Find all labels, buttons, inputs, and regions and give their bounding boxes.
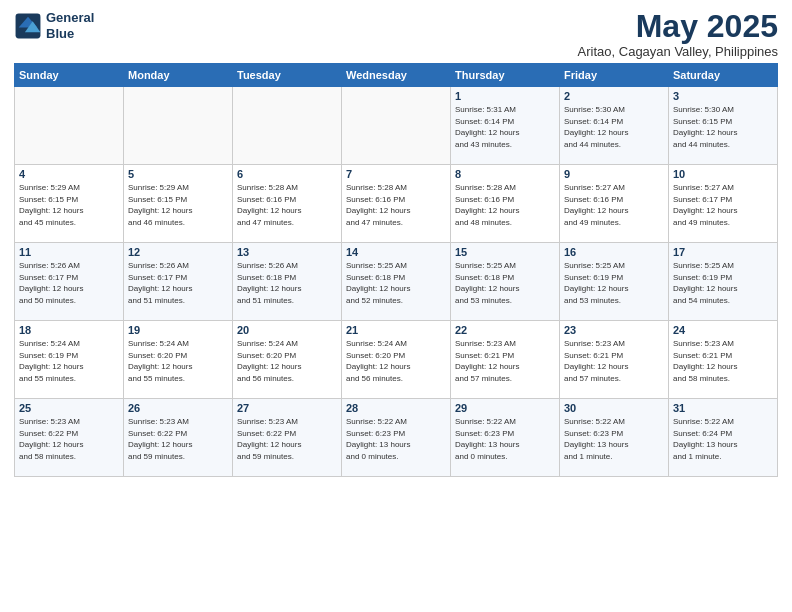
day-info: Sunrise: 5:26 AM Sunset: 6:17 PM Dayligh… [128, 260, 228, 306]
day-number: 31 [673, 402, 773, 414]
day-number: 8 [455, 168, 555, 180]
calendar-header: Sunday Monday Tuesday Wednesday Thursday… [15, 64, 778, 87]
day-info: Sunrise: 5:30 AM Sunset: 6:15 PM Dayligh… [673, 104, 773, 150]
page-container: General Blue May 2025 Aritao, Cagayan Va… [0, 0, 792, 483]
calendar-cell: 22Sunrise: 5:23 AM Sunset: 6:21 PM Dayli… [451, 321, 560, 399]
day-info: Sunrise: 5:23 AM Sunset: 6:21 PM Dayligh… [455, 338, 555, 384]
header-row: Sunday Monday Tuesday Wednesday Thursday… [15, 64, 778, 87]
day-number: 26 [128, 402, 228, 414]
week-row-5: 25Sunrise: 5:23 AM Sunset: 6:22 PM Dayli… [15, 399, 778, 477]
day-info: Sunrise: 5:23 AM Sunset: 6:22 PM Dayligh… [19, 416, 119, 462]
day-info: Sunrise: 5:28 AM Sunset: 6:16 PM Dayligh… [455, 182, 555, 228]
day-number: 3 [673, 90, 773, 102]
header: General Blue May 2025 Aritao, Cagayan Va… [14, 10, 778, 59]
day-info: Sunrise: 5:25 AM Sunset: 6:19 PM Dayligh… [564, 260, 664, 306]
location: Aritao, Cagayan Valley, Philippines [578, 44, 778, 59]
calendar-cell: 31Sunrise: 5:22 AM Sunset: 6:24 PM Dayli… [669, 399, 778, 477]
calendar-cell: 1Sunrise: 5:31 AM Sunset: 6:14 PM Daylig… [451, 87, 560, 165]
day-info: Sunrise: 5:27 AM Sunset: 6:16 PM Dayligh… [564, 182, 664, 228]
calendar-table: Sunday Monday Tuesday Wednesday Thursday… [14, 63, 778, 477]
day-number: 22 [455, 324, 555, 336]
calendar-cell: 21Sunrise: 5:24 AM Sunset: 6:20 PM Dayli… [342, 321, 451, 399]
day-number: 11 [19, 246, 119, 258]
day-info: Sunrise: 5:28 AM Sunset: 6:16 PM Dayligh… [237, 182, 337, 228]
calendar-cell [342, 87, 451, 165]
logo: General Blue [14, 10, 94, 41]
calendar-body: 1Sunrise: 5:31 AM Sunset: 6:14 PM Daylig… [15, 87, 778, 477]
day-number: 17 [673, 246, 773, 258]
col-wednesday: Wednesday [342, 64, 451, 87]
day-number: 5 [128, 168, 228, 180]
day-info: Sunrise: 5:24 AM Sunset: 6:19 PM Dayligh… [19, 338, 119, 384]
day-number: 14 [346, 246, 446, 258]
day-info: Sunrise: 5:29 AM Sunset: 6:15 PM Dayligh… [128, 182, 228, 228]
day-number: 16 [564, 246, 664, 258]
col-friday: Friday [560, 64, 669, 87]
calendar-cell: 25Sunrise: 5:23 AM Sunset: 6:22 PM Dayli… [15, 399, 124, 477]
day-info: Sunrise: 5:28 AM Sunset: 6:16 PM Dayligh… [346, 182, 446, 228]
calendar-cell: 6Sunrise: 5:28 AM Sunset: 6:16 PM Daylig… [233, 165, 342, 243]
day-number: 2 [564, 90, 664, 102]
day-info: Sunrise: 5:26 AM Sunset: 6:18 PM Dayligh… [237, 260, 337, 306]
day-number: 10 [673, 168, 773, 180]
calendar-cell [124, 87, 233, 165]
calendar-cell: 9Sunrise: 5:27 AM Sunset: 6:16 PM Daylig… [560, 165, 669, 243]
day-info: Sunrise: 5:26 AM Sunset: 6:17 PM Dayligh… [19, 260, 119, 306]
calendar-cell: 15Sunrise: 5:25 AM Sunset: 6:18 PM Dayli… [451, 243, 560, 321]
day-number: 15 [455, 246, 555, 258]
calendar-cell: 23Sunrise: 5:23 AM Sunset: 6:21 PM Dayli… [560, 321, 669, 399]
day-info: Sunrise: 5:25 AM Sunset: 6:19 PM Dayligh… [673, 260, 773, 306]
day-info: Sunrise: 5:24 AM Sunset: 6:20 PM Dayligh… [128, 338, 228, 384]
day-info: Sunrise: 5:25 AM Sunset: 6:18 PM Dayligh… [455, 260, 555, 306]
day-info: Sunrise: 5:22 AM Sunset: 6:24 PM Dayligh… [673, 416, 773, 462]
day-info: Sunrise: 5:23 AM Sunset: 6:22 PM Dayligh… [128, 416, 228, 462]
calendar-cell: 14Sunrise: 5:25 AM Sunset: 6:18 PM Dayli… [342, 243, 451, 321]
calendar-cell: 30Sunrise: 5:22 AM Sunset: 6:23 PM Dayli… [560, 399, 669, 477]
day-number: 28 [346, 402, 446, 414]
logo-line2: Blue [46, 26, 74, 41]
day-number: 20 [237, 324, 337, 336]
week-row-3: 11Sunrise: 5:26 AM Sunset: 6:17 PM Dayli… [15, 243, 778, 321]
calendar-cell [15, 87, 124, 165]
week-row-2: 4Sunrise: 5:29 AM Sunset: 6:15 PM Daylig… [15, 165, 778, 243]
day-number: 9 [564, 168, 664, 180]
day-number: 23 [564, 324, 664, 336]
col-tuesday: Tuesday [233, 64, 342, 87]
day-info: Sunrise: 5:31 AM Sunset: 6:14 PM Dayligh… [455, 104, 555, 150]
calendar-cell: 12Sunrise: 5:26 AM Sunset: 6:17 PM Dayli… [124, 243, 233, 321]
month-year: May 2025 [578, 10, 778, 42]
day-info: Sunrise: 5:24 AM Sunset: 6:20 PM Dayligh… [237, 338, 337, 384]
calendar-cell: 26Sunrise: 5:23 AM Sunset: 6:22 PM Dayli… [124, 399, 233, 477]
logo-line1: General [46, 10, 94, 25]
day-number: 7 [346, 168, 446, 180]
calendar-cell: 24Sunrise: 5:23 AM Sunset: 6:21 PM Dayli… [669, 321, 778, 399]
day-number: 1 [455, 90, 555, 102]
calendar-cell: 19Sunrise: 5:24 AM Sunset: 6:20 PM Dayli… [124, 321, 233, 399]
day-number: 12 [128, 246, 228, 258]
calendar-cell [233, 87, 342, 165]
day-info: Sunrise: 5:22 AM Sunset: 6:23 PM Dayligh… [346, 416, 446, 462]
calendar-cell: 28Sunrise: 5:22 AM Sunset: 6:23 PM Dayli… [342, 399, 451, 477]
day-info: Sunrise: 5:22 AM Sunset: 6:23 PM Dayligh… [455, 416, 555, 462]
calendar-cell: 11Sunrise: 5:26 AM Sunset: 6:17 PM Dayli… [15, 243, 124, 321]
day-info: Sunrise: 5:23 AM Sunset: 6:21 PM Dayligh… [673, 338, 773, 384]
day-number: 30 [564, 402, 664, 414]
day-number: 13 [237, 246, 337, 258]
logo-icon [14, 12, 42, 40]
day-number: 6 [237, 168, 337, 180]
day-number: 18 [19, 324, 119, 336]
day-info: Sunrise: 5:25 AM Sunset: 6:18 PM Dayligh… [346, 260, 446, 306]
calendar-cell: 29Sunrise: 5:22 AM Sunset: 6:23 PM Dayli… [451, 399, 560, 477]
calendar-cell: 18Sunrise: 5:24 AM Sunset: 6:19 PM Dayli… [15, 321, 124, 399]
col-thursday: Thursday [451, 64, 560, 87]
calendar-cell: 8Sunrise: 5:28 AM Sunset: 6:16 PM Daylig… [451, 165, 560, 243]
day-info: Sunrise: 5:23 AM Sunset: 6:21 PM Dayligh… [564, 338, 664, 384]
week-row-4: 18Sunrise: 5:24 AM Sunset: 6:19 PM Dayli… [15, 321, 778, 399]
calendar-cell: 3Sunrise: 5:30 AM Sunset: 6:15 PM Daylig… [669, 87, 778, 165]
week-row-1: 1Sunrise: 5:31 AM Sunset: 6:14 PM Daylig… [15, 87, 778, 165]
day-number: 21 [346, 324, 446, 336]
col-saturday: Saturday [669, 64, 778, 87]
day-info: Sunrise: 5:23 AM Sunset: 6:22 PM Dayligh… [237, 416, 337, 462]
day-info: Sunrise: 5:27 AM Sunset: 6:17 PM Dayligh… [673, 182, 773, 228]
calendar-cell: 2Sunrise: 5:30 AM Sunset: 6:14 PM Daylig… [560, 87, 669, 165]
